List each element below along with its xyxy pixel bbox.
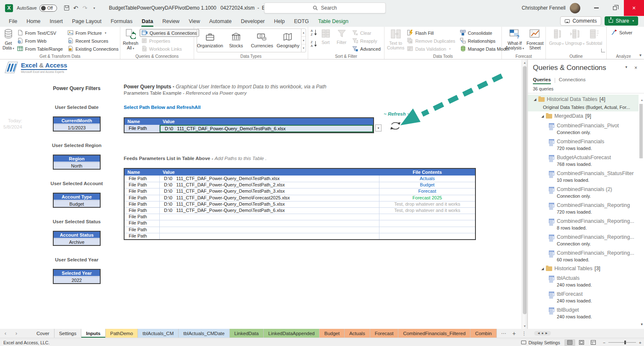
query-name-row[interactable]: tblForecast — [528, 290, 639, 298]
sheet-nav-left-button[interactable]: ‹ — [0, 329, 11, 338]
text-to-columns-button[interactable]: Text to Columns — [387, 28, 404, 54]
sheet-menu-button[interactable]: ⋮ — [522, 331, 527, 336]
query-item[interactable]: tblBudget240 rows loaded. — [528, 305, 639, 321]
file-contents-cell[interactable]: Actuals — [379, 176, 475, 182]
minimize-button[interactable] — [587, 0, 605, 16]
query-group-row[interactable]: ◢Historical Data Tables[4] — [528, 95, 639, 104]
undo-button[interactable]: ↶ — [72, 3, 80, 13]
zoom-in-button[interactable]: + — [639, 340, 641, 345]
close-button[interactable]: × — [624, 0, 644, 16]
path-value-cell[interactable]: D:\0 111_CTF_DAF_Power-Query_Demo\TestPa… — [160, 182, 379, 188]
tab-connections[interactable]: Connections — [559, 76, 586, 84]
query-group-row[interactable]: ◢Historical Tables[3] — [528, 264, 639, 273]
query-name-row[interactable]: CombinedFinancials_Reporting... — [528, 217, 639, 225]
workbook-links-button[interactable]: Workbook Links — [140, 45, 199, 53]
new-sheet-button[interactable]: + — [512, 330, 516, 337]
comments-button[interactable]: Comments — [560, 16, 601, 26]
query-item[interactable]: CombinedFinancials_Reporting...8 rows lo… — [528, 216, 639, 232]
get-data-button[interactable]: Get Data▾ — [3, 28, 14, 54]
query-item[interactable]: CombinedFinancials_Reporting...Connectio… — [528, 232, 639, 248]
query-name-row[interactable]: CombinedFinancials_Reporting... — [528, 249, 639, 257]
path-name-cell[interactable]: File Path — [125, 207, 160, 214]
data-type-stocks[interactable]: Stocks — [223, 29, 249, 52]
path-value-cell[interactable] — [160, 214, 379, 220]
sheet-tab-linkeddataappended[interactable]: LinkedDataAppended — [264, 329, 320, 338]
panel-options-button[interactable]: ▾ — [625, 65, 627, 69]
from-table-range-button[interactable]: From Table/Range — [16, 45, 65, 53]
param-header-name[interactable]: Name — [125, 118, 160, 125]
sort-descending-button[interactable]: ZA — [311, 40, 317, 49]
page-layout-view-button[interactable] — [576, 339, 587, 346]
file-contents-cell[interactable]: Forecast 2025 — [379, 195, 475, 201]
sheet-tab-budget[interactable]: Budget — [319, 329, 344, 338]
ribbon-tab-table-design[interactable]: Table Design — [314, 17, 353, 27]
filter-header-cell[interactable]: Region — [54, 155, 100, 162]
expand-triangle-icon[interactable]: ◢ — [541, 114, 544, 118]
collapse-ribbon-button[interactable]: ▾ — [639, 53, 641, 57]
sort-button[interactable]: Sort — [319, 28, 332, 54]
recent-sources-button[interactable]: Recent Sources — [66, 37, 120, 45]
query-item[interactable]: CombinedFinancials_Reporting...60 rows l… — [528, 248, 639, 264]
path-value-cell[interactable]: D:\0 111_CTF_DAF_Power-Query_Demo\TestPa… — [160, 207, 379, 214]
file-contents-cell[interactable] — [379, 233, 475, 239]
outline-dialog-launcher[interactable] — [601, 49, 605, 52]
worksheet[interactable]: Excel & Access Microsoft Excel and Acces… — [0, 59, 522, 329]
query-item[interactable]: CombinedFinancials720 rows loaded. — [528, 137, 639, 152]
search-box[interactable]: Search — [264, 3, 386, 13]
properties-button[interactable]: Properties — [140, 37, 199, 45]
sheet-tab-inputs[interactable]: Inputs — [81, 329, 106, 338]
query-item[interactable]: tblActuals240 rows loaded. — [528, 273, 639, 289]
restore-button[interactable] — [605, 0, 624, 16]
filter-header-cell[interactable]: CurrentMonth — [54, 117, 100, 124]
query-group[interactable]: ◢Historical Tables[3] — [528, 264, 639, 273]
sheet-tab-combin[interactable]: Combin — [470, 329, 497, 338]
what-if-analysis-button[interactable]: ? What-If Analysis▾ — [504, 28, 525, 54]
normal-view-button[interactable] — [564, 339, 575, 346]
sheet-nav-right-button[interactable]: › — [11, 329, 22, 338]
forecast-sheet-button[interactable]: Forecast Sheet — [526, 28, 544, 54]
query-group-selected[interactable]: ◢Historical Data Tables[4]Original Data … — [528, 95, 639, 111]
data-type-currencies[interactable]: Currencies — [249, 29, 275, 52]
path-name-cell[interactable]: File Path — [125, 227, 160, 233]
ribbon-tab-page-layout[interactable]: Page Layout — [68, 17, 106, 27]
query-name-row[interactable]: CombinedFinancials — [528, 137, 639, 145]
file-contents-cell[interactable] — [379, 214, 475, 220]
solver-button[interactable]: Solver — [609, 28, 634, 37]
from-text-csv-button[interactable]: From Text/CSV — [16, 29, 65, 37]
paths-header-contents[interactable]: File Contents — [379, 169, 475, 176]
gallery-more-button[interactable]: ▾ — [301, 44, 306, 52]
data-type-organization[interactable]: Organization — [197, 29, 223, 52]
path-name-cell[interactable]: File Path — [125, 182, 160, 188]
filter-value-cell[interactable]: 1/1/2023 — [54, 124, 100, 131]
query-name-row[interactable]: CombinedFinancials_Pivot — [528, 121, 639, 129]
filter-header-cell[interactable]: Account Type — [54, 194, 100, 200]
panel-close-button[interactable]: × — [634, 65, 637, 71]
filter-value-cell[interactable]: Archive — [54, 238, 100, 245]
filter-value-cell[interactable]: North — [54, 162, 100, 169]
param-value-cell[interactable]: D:\0 111_CTF_DAF_Power-Query_Demo\TestPa… — [160, 125, 373, 132]
sheet-tab-actuals[interactable]: Actuals — [345, 329, 370, 338]
path-value-cell[interactable]: D:\0 111_CTF_DAF_Power-Query_Demo\TestPa… — [160, 188, 379, 195]
refresh-all-button[interactable]: Refresh All▾ — [123, 28, 138, 54]
query-name-row[interactable]: tblActuals — [528, 274, 639, 282]
from-web-button[interactable]: From Web — [16, 37, 65, 45]
query-group[interactable]: ◢MergedData[9] — [528, 111, 639, 121]
path-name-cell[interactable]: File Path — [125, 195, 160, 201]
redo-button[interactable]: ↷ — [81, 3, 89, 13]
file-contents-cell[interactable] — [379, 220, 475, 227]
path-dropdown-button[interactable]: ▾ — [375, 124, 382, 132]
path-value-cell[interactable]: D:\0 111_CTF_DAF_Power-Query_Demo\TestPa… — [160, 201, 379, 208]
sheet-tab-cover[interactable]: Cover — [32, 329, 55, 338]
file-contents-cell[interactable] — [379, 227, 475, 233]
share-button[interactable]: Share ▾ — [605, 16, 638, 26]
scroll-up-button[interactable]: ▲ — [522, 59, 527, 65]
sort-ascending-button[interactable]: AZ — [311, 29, 317, 38]
scrollbar-thumb[interactable] — [523, 66, 527, 314]
panel-scroll-down-button[interactable]: ▾ — [641, 322, 643, 326]
save-button[interactable] — [62, 3, 71, 13]
query-item[interactable]: tblForecast240 rows loaded. — [528, 289, 639, 305]
ribbon-tab-automate[interactable]: Automate — [205, 17, 236, 27]
param-header-value[interactable]: Value — [160, 118, 373, 125]
expand-triangle-icon[interactable]: ◢ — [541, 267, 544, 271]
query-name-row[interactable]: tblBudget — [528, 306, 639, 314]
